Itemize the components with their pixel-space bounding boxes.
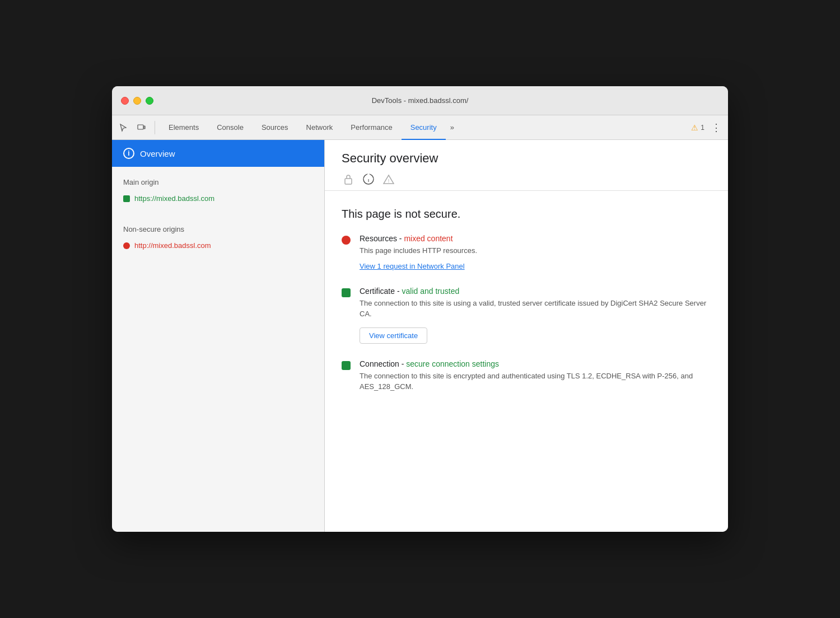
main-origin-title: Main origin xyxy=(123,178,313,186)
certificate-label: Certificate xyxy=(360,287,395,296)
resources-status: mixed content xyxy=(404,234,452,243)
resources-label: Resources xyxy=(360,234,397,243)
maximize-button[interactable] xyxy=(146,97,153,105)
tab-bar: Elements Console Sources Network Perform… xyxy=(112,115,728,140)
lock-icon xyxy=(342,172,355,186)
tab-performance[interactable]: Performance xyxy=(342,115,401,140)
certificate-status-icon xyxy=(342,288,351,297)
title-bar: DevTools - mixed.badssl.com/ xyxy=(112,86,728,115)
tab-bar-right: ⚠ 1 ⋮ xyxy=(691,121,724,134)
svg-text:!: ! xyxy=(388,178,390,184)
sidebar: i Overview Main origin https://mixed.bad… xyxy=(112,140,325,532)
non-secure-origins-section: Non-secure origins http://mixed.badssl.c… xyxy=(112,214,324,252)
main-origin-section: Main origin https://mixed.badssl.com xyxy=(112,167,324,205)
connection-content: Connection - secure connection settings … xyxy=(360,359,711,397)
info-icon: i xyxy=(362,172,375,186)
resources-description: This page includes HTTP resources. xyxy=(360,245,477,256)
view-network-link[interactable]: View 1 request in Network Panel xyxy=(360,262,465,270)
main-origin-link[interactable]: https://mixed.badssl.com xyxy=(134,194,214,203)
certificate-item: Certificate - valid and trusted The conn… xyxy=(342,287,711,344)
connection-label: Connection xyxy=(360,359,399,368)
tab-more-button[interactable]: » xyxy=(446,123,459,132)
certificate-status: valid and trusted xyxy=(402,287,459,296)
security-panel: Security overview i xyxy=(325,140,728,532)
main-origin-item[interactable]: https://mixed.badssl.com xyxy=(123,192,313,205)
connection-item: Connection - secure connection settings … xyxy=(342,359,711,397)
resources-content: Resources - mixed content This page incl… xyxy=(360,234,477,271)
traffic-lights xyxy=(121,97,153,105)
resources-title: Resources - mixed content xyxy=(360,234,477,243)
tab-navigation: Elements Console Sources Network Perform… xyxy=(160,115,691,140)
green-dot-icon xyxy=(123,195,130,202)
security-body: This page is not secure. Resources - mix… xyxy=(325,191,728,429)
main-content: i Overview Main origin https://mixed.bad… xyxy=(112,140,728,532)
svg-rect-0 xyxy=(138,125,143,129)
warning-badge[interactable]: ⚠ 1 xyxy=(691,123,704,132)
tab-security[interactable]: Security xyxy=(402,115,446,140)
non-secure-origin-item[interactable]: http://mixed.badssl.com xyxy=(123,239,313,252)
close-button[interactable] xyxy=(121,97,129,105)
resources-status-icon xyxy=(342,236,351,245)
tab-console[interactable]: Console xyxy=(208,115,253,140)
view-certificate-button[interactable]: View certificate xyxy=(360,327,427,344)
connection-description: The connection to this site is encrypted… xyxy=(360,371,711,392)
non-secure-origins-title: Non-secure origins xyxy=(123,225,313,233)
certificate-content: Certificate - valid and trusted The conn… xyxy=(360,287,711,344)
more-options-button[interactable]: ⋮ xyxy=(709,121,724,134)
security-overview-title: Security overview xyxy=(342,151,711,166)
certificate-title: Certificate - valid and trusted xyxy=(360,287,711,296)
tab-sources[interactable]: Sources xyxy=(253,115,297,140)
warning-icon: ⚠ xyxy=(691,123,698,132)
not-secure-title: This page is not secure. xyxy=(342,208,711,221)
connection-title: Connection - secure connection settings xyxy=(360,359,711,368)
non-secure-origin-link[interactable]: http://mixed.badssl.com xyxy=(134,241,211,250)
certificate-description: The connection to this site is using a v… xyxy=(360,298,711,320)
overview-label: Overview xyxy=(140,149,175,158)
security-overview-header: Security overview i xyxy=(325,140,728,191)
info-circle-icon: i xyxy=(123,148,134,159)
toolbar-icons xyxy=(116,121,155,134)
red-dot-icon xyxy=(123,242,130,249)
resources-item: Resources - mixed content This page incl… xyxy=(342,234,711,271)
svg-rect-1 xyxy=(144,126,145,129)
devtools-window: DevTools - mixed.badssl.com/ Elements Co xyxy=(112,86,728,532)
connection-status-icon xyxy=(342,361,351,370)
tab-network[interactable]: Network xyxy=(297,115,342,140)
minimize-button[interactable] xyxy=(133,97,141,105)
sidebar-overview-item[interactable]: i Overview xyxy=(112,140,324,167)
connection-status: secure connection settings xyxy=(406,359,499,368)
window-title: DevTools - mixed.badssl.com/ xyxy=(372,96,469,105)
warning-triangle-icon: ! xyxy=(382,172,395,186)
tab-elements[interactable]: Elements xyxy=(160,115,208,140)
svg-rect-2 xyxy=(345,179,352,184)
device-icon[interactable] xyxy=(134,121,148,134)
cursor-icon[interactable] xyxy=(116,121,130,134)
security-icons-row: i ! xyxy=(342,172,711,190)
